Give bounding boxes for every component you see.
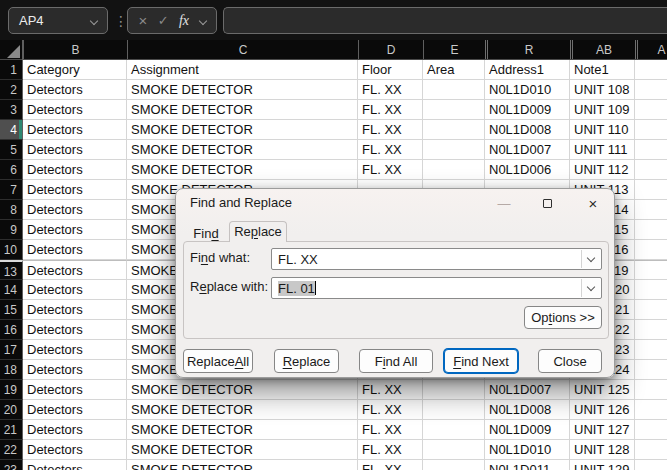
cell[interactable]	[423, 100, 485, 120]
cell[interactable]: SMOKE DETECTOR	[127, 80, 358, 100]
cell[interactable]	[423, 460, 485, 470]
cell[interactable]: N0L1D008	[485, 120, 570, 140]
cell[interactable]: Note1	[570, 60, 635, 80]
cell[interactable]: Detectors	[23, 380, 127, 400]
column-header-A[interactable]: A	[635, 40, 667, 59]
row-header-17[interactable]: 17	[0, 340, 23, 360]
row-header-3[interactable]: 3	[0, 100, 23, 120]
cell[interactable]: FL. XX	[358, 100, 423, 120]
cell[interactable]: N0L1D006	[485, 160, 570, 180]
column-header-R[interactable]: R	[485, 40, 570, 59]
close-button[interactable]: Close	[538, 349, 602, 373]
cell[interactable]	[423, 80, 485, 100]
cell[interactable]: UNIT 125	[570, 380, 635, 400]
cell[interactable]: UNIT 109	[570, 100, 635, 120]
cell[interactable]: FL. XX	[358, 440, 423, 460]
cell[interactable]: Detectors	[23, 140, 127, 160]
cell[interactable]: FL. XX	[358, 460, 423, 470]
cell[interactable]	[635, 100, 667, 120]
row-header-16[interactable]: 16	[0, 320, 23, 340]
cell[interactable]	[635, 160, 667, 180]
insert-function-icon[interactable]: fx	[179, 13, 189, 29]
cell[interactable]	[423, 440, 485, 460]
cell[interactable]: UNIT 108	[570, 80, 635, 100]
row-header-6[interactable]: 6	[0, 160, 23, 180]
cell[interactable]: Assignment	[127, 60, 358, 80]
tab-find[interactable]: Find	[183, 226, 229, 241]
cell[interactable]	[423, 420, 485, 440]
cell[interactable]: FL. XX	[358, 400, 423, 420]
cell[interactable]	[635, 460, 667, 470]
cell[interactable]	[635, 320, 667, 340]
cell[interactable]	[635, 340, 667, 360]
replace-with-dropdown-button[interactable]	[581, 279, 600, 297]
column-header-C[interactable]: C	[127, 40, 358, 59]
cell[interactable]: SMOKE DETECTOR	[127, 400, 358, 420]
row-header-8[interactable]: 8	[0, 200, 23, 220]
row-header-5[interactable]: 5	[0, 140, 23, 160]
cell[interactable]	[423, 120, 485, 140]
cell[interactable]: N0L1D010	[485, 80, 570, 100]
cell[interactable]: FL. XX	[358, 420, 423, 440]
row-header-4[interactable]: 4	[0, 120, 23, 140]
cell[interactable]: UNIT 126	[570, 400, 635, 420]
cell[interactable]: SMOKE DETECTOR	[127, 440, 358, 460]
row-header-23[interactable]: 23	[0, 460, 23, 470]
cell[interactable]: UNIT 128	[570, 440, 635, 460]
row-header-13[interactable]: 13	[0, 260, 23, 280]
replace-all-button[interactable]: Replace All	[183, 349, 253, 373]
cell[interactable]: Detectors	[23, 320, 127, 340]
close-icon[interactable]: ×	[581, 194, 605, 212]
row-header-18[interactable]: 18	[0, 360, 23, 380]
row-header-20[interactable]: 20	[0, 400, 23, 420]
cell[interactable]	[635, 120, 667, 140]
cell[interactable]: N0L1D011	[485, 460, 570, 470]
cell[interactable]	[635, 180, 667, 200]
cell[interactable]	[423, 380, 485, 400]
cell[interactable]	[635, 80, 667, 100]
cell[interactable]: N0L1D009	[485, 100, 570, 120]
tab-replace[interactable]: Replace	[229, 221, 287, 242]
cell[interactable]	[635, 420, 667, 440]
cell[interactable]: Category	[23, 60, 127, 80]
cell[interactable]	[635, 220, 667, 240]
cell[interactable]: FL. XX	[358, 160, 423, 180]
cell[interactable]: Detectors	[23, 460, 127, 470]
enter-check-icon[interactable]: ✓	[158, 13, 169, 28]
maximize-icon[interactable]	[535, 194, 559, 212]
row-header-1[interactable]: 1	[0, 60, 23, 80]
cell[interactable]: Address1	[485, 60, 570, 80]
row-header-22[interactable]: 22	[0, 440, 23, 460]
cell[interactable]	[635, 140, 667, 160]
cell[interactable]: SMOKE DETECTOR	[127, 420, 358, 440]
cell[interactable]: N0L1D007	[485, 140, 570, 160]
cell[interactable]: N0L1D010	[485, 440, 570, 460]
row-header-14[interactable]: 14	[0, 280, 23, 300]
select-all-corner[interactable]	[0, 40, 23, 60]
cell[interactable]: Detectors	[23, 280, 127, 300]
cell[interactable]: Detectors	[23, 360, 127, 380]
cell[interactable]: SMOKE DETECTOR	[127, 140, 358, 160]
cell[interactable]: FL. XX	[358, 380, 423, 400]
cell[interactable]: UNIT 127	[570, 420, 635, 440]
column-header-AB[interactable]: AB	[570, 40, 635, 59]
cell[interactable]: Detectors	[23, 300, 127, 320]
cell[interactable]: Detectors	[23, 180, 127, 200]
cell[interactable]	[423, 160, 485, 180]
cell[interactable]: UNIT 129	[570, 460, 635, 470]
cell[interactable]	[635, 360, 667, 380]
cell[interactable]: UNIT 110	[570, 120, 635, 140]
cell[interactable]: Floor	[358, 60, 423, 80]
cell[interactable]: SMOKE DETECTOR	[127, 120, 358, 140]
cell[interactable]	[423, 400, 485, 420]
cell[interactable]: UNIT 111	[570, 140, 635, 160]
cell[interactable]: N0L1D007	[485, 380, 570, 400]
cell[interactable]: Detectors	[23, 440, 127, 460]
cell[interactable]: SMOKE DETECTOR	[127, 160, 358, 180]
row-header-15[interactable]: 15	[0, 300, 23, 320]
find-all-button[interactable]: Find All	[359, 349, 433, 373]
cell[interactable]: Detectors	[23, 220, 127, 240]
cell[interactable]	[635, 260, 667, 280]
options-button[interactable]: Options >>	[524, 306, 602, 329]
cell[interactable]	[635, 400, 667, 420]
